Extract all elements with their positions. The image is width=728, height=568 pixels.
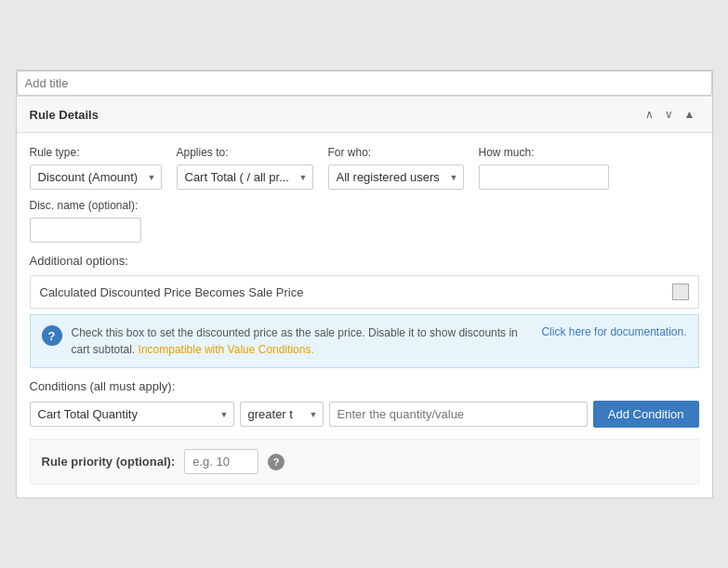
condition-type-select[interactable]: Cart Total Quantity Cart Subtotal Cart I… <box>30 402 234 427</box>
how-much-input[interactable] <box>479 165 609 190</box>
rule-type-select-wrapper: Discount (Amount) <box>30 165 162 190</box>
info-icon: ? <box>42 325 62 346</box>
condition-value-input[interactable] <box>329 402 588 427</box>
for-who-group: For who: All registered users <box>328 146 464 190</box>
condition-operator-select[interactable]: greater t less than equal to <box>240 402 324 427</box>
applies-to-label: Applies to: <box>177 146 313 159</box>
disc-name-row: Disc. name (optional): <box>30 199 699 243</box>
priority-input[interactable] <box>184 449 258 474</box>
priority-row: Rule priority (optional): ? <box>30 439 699 484</box>
conditions-row: Cart Total Quantity Cart Subtotal Cart I… <box>30 401 699 428</box>
priority-label: Rule priority (optional): <box>42 455 176 469</box>
section-header-title: Rule Details <box>30 108 99 122</box>
info-text: Check this box to set the discounted pri… <box>72 324 533 358</box>
section-header-icons: ∧ ∨ ▲ <box>642 106 699 123</box>
calculated-price-checkbox[interactable] <box>672 284 689 300</box>
main-card: Rule Details ∧ ∨ ▲ Rule type: Discount (… <box>16 70 713 498</box>
checkbox-row-label: Calculated Discounted Price Becomes Sale… <box>40 285 304 299</box>
priority-help-icon[interactable]: ? <box>268 454 285 470</box>
rule-type-group: Rule type: Discount (Amount) <box>30 146 162 190</box>
add-condition-button[interactable]: Add Condition <box>593 401 699 428</box>
documentation-link[interactable]: Click here for documentation. <box>541 324 686 340</box>
section-body: Rule type: Discount (Amount) Applies to:… <box>17 133 712 497</box>
conditions-label: Conditions (all must apply): <box>30 379 699 393</box>
collapse-toggle-button[interactable]: ▲ <box>681 106 699 123</box>
for-who-label: For who: <box>328 146 464 159</box>
main-fields-row: Rule type: Discount (Amount) Applies to:… <box>30 146 699 190</box>
info-box: ? Check this box to set the discounted p… <box>30 314 699 368</box>
title-input[interactable] <box>17 71 712 96</box>
condition-operator-wrapper: greater t less than equal to <box>240 402 324 427</box>
rule-type-label: Rule type: <box>30 146 162 159</box>
info-text-highlight: Incompatible with Value Conditions. <box>139 343 314 356</box>
additional-options-label: Additional options: <box>30 254 699 268</box>
applies-to-select[interactable]: Cart Total ( / all pr... <box>177 165 313 190</box>
disc-name-label: Disc. name (optional): <box>30 199 141 212</box>
how-much-label: How much: <box>479 146 609 159</box>
section-header: Rule Details ∧ ∨ ▲ <box>17 97 712 133</box>
applies-to-select-wrapper: Cart Total ( / all pr... <box>177 165 313 190</box>
collapse-up-button[interactable]: ∧ <box>642 106 657 123</box>
collapse-down-button[interactable]: ∨ <box>661 106 677 123</box>
checkbox-row: Calculated Discounted Price Becomes Sale… <box>30 275 699 309</box>
for-who-select-wrapper: All registered users <box>328 165 464 190</box>
rule-type-select[interactable]: Discount (Amount) <box>30 165 162 190</box>
how-much-group: How much: <box>479 146 609 190</box>
disc-name-group: Disc. name (optional): <box>30 199 141 243</box>
for-who-select[interactable]: All registered users <box>328 165 464 190</box>
condition-type-wrapper: Cart Total Quantity Cart Subtotal Cart I… <box>30 402 234 427</box>
rule-details-section: Rule Details ∧ ∨ ▲ Rule type: Discount (… <box>17 96 712 497</box>
applies-to-group: Applies to: Cart Total ( / all pr... <box>177 146 313 190</box>
disc-name-input[interactable] <box>30 218 141 243</box>
